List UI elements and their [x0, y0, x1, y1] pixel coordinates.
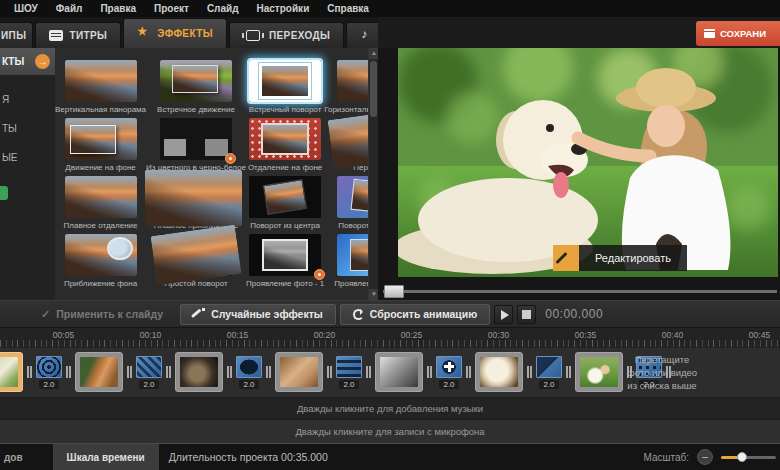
- trim-handle-left[interactable]: [527, 366, 532, 378]
- trim-handle-left[interactable]: [327, 366, 332, 378]
- effect-item[interactable]: Движение на фоне: [55, 118, 146, 176]
- category-green-icon[interactable]: [0, 186, 8, 200]
- sidebar-category[interactable]: Я: [0, 85, 55, 114]
- save-button[interactable]: СОХРАНИ: [696, 21, 780, 46]
- menu-item[interactable]: Файл: [47, 3, 92, 14]
- timeline-item[interactable]: [0, 352, 24, 392]
- timeline-item[interactable]: [274, 352, 324, 392]
- effect-item[interactable]: Встречное движение: [146, 60, 246, 118]
- effects-grid: Вертикальная панорама Встречное движение…: [55, 48, 368, 300]
- slide-list-tab[interactable]: дов: [0, 444, 31, 470]
- seek-bar[interactable]: [378, 282, 780, 300]
- timeline-item[interactable]: [174, 352, 224, 392]
- trim-handle-right[interactable]: [466, 366, 471, 378]
- seek-track[interactable]: [383, 290, 777, 293]
- timeline-item[interactable]: 2.0: [524, 356, 574, 389]
- timeline-ruler[interactable]: 00:0500:1000:1500:2000:2500:3000:3500:40…: [0, 327, 780, 348]
- trim-handle-right[interactable]: [266, 366, 271, 378]
- timeline-item[interactable]: [474, 352, 524, 392]
- effect-preview-image: [328, 109, 368, 170]
- effect-item[interactable]: Приближение фона: [55, 234, 146, 292]
- slide-thumbnail: [80, 357, 118, 387]
- slide-frame[interactable]: [375, 352, 423, 392]
- ruler-label: 00:20: [281, 330, 368, 340]
- menu-item[interactable]: ШОУ: [5, 3, 47, 14]
- slide-frame[interactable]: [475, 352, 523, 392]
- timeline-track[interactable]: 2.0 2.0: [0, 348, 780, 397]
- tab[interactable]: ИПЫ: [0, 22, 33, 48]
- timeline-item[interactable]: [74, 352, 124, 392]
- seek-thumb[interactable]: [384, 285, 404, 298]
- slide-frame[interactable]: [75, 352, 123, 392]
- transition-block[interactable]: 2.0: [135, 356, 163, 389]
- effect-thumbnail: [337, 234, 368, 276]
- effect-item[interactable]: Проявление фото - 2: [324, 234, 368, 292]
- edit-button[interactable]: Редактировать: [553, 245, 687, 271]
- transition-block[interactable]: 2.0: [535, 356, 563, 389]
- effect-item[interactable]: Встречный поворот: [246, 60, 324, 118]
- effects-scrollbar[interactable]: ▲ ▼: [368, 48, 378, 300]
- collapse-arrow-icon[interactable]: →: [35, 54, 50, 69]
- timeline-item[interactable]: 2.0: [124, 356, 174, 389]
- slide-thumbnail: [180, 357, 218, 387]
- trim-handle-right[interactable]: [566, 366, 571, 378]
- menu-item[interactable]: Проект: [145, 3, 198, 14]
- play-button[interactable]: [494, 305, 513, 324]
- reset-animation-button[interactable]: Сбросить анимацию: [340, 304, 490, 325]
- effect-item[interactable]: Плавное отдаление: [55, 176, 146, 234]
- timeline-item[interactable]: 2.0: [224, 356, 274, 389]
- menu-item[interactable]: Слайд: [198, 3, 248, 14]
- trim-handle-left[interactable]: [227, 366, 232, 378]
- effect-item[interactable]: Из цветного в черно-белое: [146, 118, 246, 176]
- tab-bar: ИПЫ ТИТРЫ ЭФФЕКТЫ ПЕРЕХОДЫ МУЗЫКА СОХРАН…: [0, 17, 780, 48]
- menu-item[interactable]: Настройки: [248, 3, 319, 14]
- zoom-slider[interactable]: [721, 449, 776, 465]
- stop-button[interactable]: [517, 305, 536, 324]
- scrollbar-thumb[interactable]: [370, 61, 377, 117]
- trim-handle-right[interactable]: [66, 366, 71, 378]
- effect-item[interactable]: Горизонтальная панорама: [324, 60, 368, 118]
- voice-track[interactable]: Дважды кликните для записи с микрофона: [0, 419, 780, 443]
- effect-item[interactable]: Поворот из центра: [246, 176, 324, 234]
- slide-frame[interactable]: [0, 352, 23, 392]
- trim-handle-left[interactable]: [427, 366, 432, 378]
- sidebar-category[interactable]: ТЫ: [0, 114, 55, 143]
- effect-item[interactable]: Переворот: [324, 118, 368, 176]
- sidebar-category[interactable]: ЫЕ: [0, 143, 55, 172]
- tab[interactable]: ТИТРЫ: [35, 22, 121, 48]
- music-track[interactable]: Дважды кликните для добавления музыки: [0, 397, 780, 419]
- effect-item[interactable]: Проявление фото - 1: [246, 234, 324, 292]
- effect-item[interactable]: Вертикальная панорама: [55, 60, 146, 118]
- effect-overlay: [262, 239, 308, 271]
- timeline-scale-tab[interactable]: Шкала времени: [53, 444, 159, 470]
- menu-item[interactable]: Правка: [91, 3, 145, 14]
- transition-block[interactable]: 2.0: [35, 356, 63, 389]
- trim-handle-right[interactable]: [366, 366, 371, 378]
- sidebar-header[interactable]: КТЫ →: [0, 48, 55, 75]
- zoom-slider-knob[interactable]: [737, 452, 747, 462]
- playback-controls: ✓ Применить к слайду Случайные эффекты С…: [0, 300, 780, 327]
- random-effects-button[interactable]: Случайные эффекты: [180, 304, 336, 325]
- transition-block[interactable]: 2.0: [335, 356, 363, 389]
- slide-frame[interactable]: [175, 352, 223, 392]
- tab[interactable]: ЭФФЕКТЫ: [123, 18, 227, 48]
- reset-label: Сбросить анимацию: [370, 308, 477, 320]
- zoom-out-button[interactable]: −: [697, 449, 713, 465]
- transition-block[interactable]: 2.0: [435, 356, 463, 389]
- trim-handle-left[interactable]: [27, 366, 32, 378]
- effect-item[interactable]: Простой поворот: [146, 234, 246, 292]
- tab[interactable]: ПЕРЕХОДЫ: [229, 22, 344, 48]
- effect-item[interactable]: Отдаление на фоне: [246, 118, 324, 176]
- timeline-item[interactable]: 2.0: [24, 356, 74, 389]
- trim-handle-left[interactable]: [127, 366, 132, 378]
- trim-handle-right[interactable]: [166, 366, 171, 378]
- slide-frame[interactable]: [275, 352, 323, 392]
- menu-item[interactable]: Справка: [318, 3, 378, 14]
- transition-block[interactable]: 2.0: [235, 356, 263, 389]
- timeline-item[interactable]: [374, 352, 424, 392]
- timeline-item[interactable]: 2.0: [424, 356, 474, 389]
- timeline-item[interactable]: 2.0: [324, 356, 374, 389]
- effect-item[interactable]: Повороты на фоне: [324, 176, 368, 234]
- project-duration: Длительность проекта 00:35.000: [159, 444, 644, 470]
- apply-to-slide-button[interactable]: ✓ Применить к слайду: [28, 304, 176, 325]
